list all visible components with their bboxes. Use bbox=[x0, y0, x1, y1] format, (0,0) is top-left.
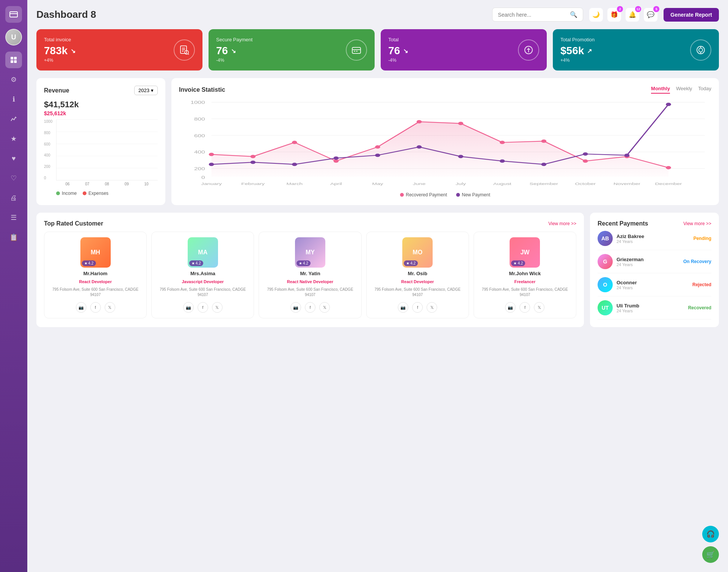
chart-legend: Income Expenses bbox=[44, 191, 158, 196]
tab-weekly[interactable]: Weekly bbox=[676, 86, 692, 94]
gift-button[interactable]: 🎁 2 bbox=[607, 8, 621, 22]
customer-avatar: JW ★ 4.2 bbox=[510, 237, 540, 268]
revenue-sub: $25,612k bbox=[44, 110, 158, 116]
facebook-icon[interactable]: f bbox=[305, 302, 315, 313]
sidebar-item-heart[interactable]: ♥ bbox=[5, 150, 22, 167]
sidebar-item-analytics[interactable] bbox=[5, 111, 22, 127]
stat-card-secure-payment[interactable]: Secure Payment 76 ↘ -4% bbox=[209, 29, 375, 71]
svg-point-53 bbox=[458, 155, 463, 158]
customer-role: Freelancer bbox=[515, 279, 536, 284]
year-select[interactable]: 2023 ▾ bbox=[134, 86, 158, 95]
stat-value: $56k ↗ bbox=[560, 45, 595, 57]
customer-card: MY ★ 4.2 Mr. Yatin React Native Develope… bbox=[259, 232, 361, 318]
customer-name: Mr. Yatin bbox=[300, 271, 320, 276]
sidebar-item-info[interactable]: ℹ bbox=[5, 91, 22, 108]
payment-info: Uli Trumb 24 Years bbox=[617, 303, 684, 313]
legend-expense: Expenses bbox=[83, 191, 108, 196]
stat-card-total[interactable]: Total 76 ↘ -4% bbox=[381, 29, 547, 71]
svg-text:October: October bbox=[575, 182, 596, 186]
header-icons: 🌙 🎁 2 🔔 12 💬 5 bbox=[589, 8, 657, 22]
facebook-icon[interactable]: f bbox=[198, 302, 208, 313]
stat-label: Total bbox=[388, 37, 408, 42]
customer-socials: 📷 f 𝕏 bbox=[183, 302, 223, 313]
legend-income: Income bbox=[56, 191, 77, 196]
instagram-icon[interactable]: 📷 bbox=[290, 302, 301, 313]
payment-name: Oconner bbox=[617, 280, 689, 285]
twitter-icon[interactable]: 𝕏 bbox=[105, 302, 115, 313]
stat-label: Total invoice bbox=[44, 37, 75, 42]
customer-address: 795 Folsom Ave, Suite 600 San Francisco,… bbox=[50, 287, 141, 298]
instagram-icon[interactable]: 📷 bbox=[398, 302, 408, 313]
payment-age: 24 Years bbox=[617, 309, 684, 313]
payment-item: AB Aziz Bakree 24 Years Pending bbox=[598, 227, 711, 250]
svg-point-38 bbox=[334, 159, 339, 163]
facebook-icon[interactable]: f bbox=[412, 302, 423, 313]
search-box[interactable]: 🔍 bbox=[492, 8, 583, 22]
legend-recovered: Recovered Payment bbox=[400, 192, 447, 197]
sidebar-item-settings[interactable]: ⚙ bbox=[5, 71, 22, 88]
payments-view-more[interactable]: View more >> bbox=[683, 221, 711, 226]
twitter-icon[interactable]: 𝕏 bbox=[212, 302, 223, 313]
tab-monthly[interactable]: Monthly bbox=[651, 86, 670, 94]
customers-view-more[interactable]: View more >> bbox=[548, 221, 576, 226]
top-customers-card: Top Rated Customer View more >> MH ★ 4.2… bbox=[36, 213, 584, 327]
svg-point-50 bbox=[334, 157, 339, 160]
chat-button[interactable]: 💬 5 bbox=[644, 8, 657, 22]
customer-address: 795 Folsom Ave, Suite 600 San Francisco,… bbox=[157, 287, 248, 298]
svg-text:November: November bbox=[613, 182, 641, 186]
payment-status: Rejected bbox=[692, 282, 711, 287]
stat-card-left: Total invoice 783k ↘ +4% bbox=[44, 37, 75, 63]
theme-toggle-button[interactable]: 🌙 bbox=[589, 8, 603, 22]
twitter-icon[interactable]: 𝕏 bbox=[427, 302, 437, 313]
stat-card-promotion[interactable]: Total Promotion $56k ↗ +4% bbox=[553, 29, 719, 71]
sidebar-item-menu[interactable]: ☰ bbox=[5, 209, 22, 226]
user-avatar[interactable]: U bbox=[5, 29, 22, 45]
customers-title: Top Rated Customer bbox=[44, 220, 103, 227]
svg-point-56 bbox=[583, 152, 588, 156]
tab-today[interactable]: Today bbox=[698, 86, 711, 94]
support-fab[interactable]: 🎧 bbox=[702, 526, 719, 542]
cart-fab[interactable]: 🛒 bbox=[702, 546, 719, 563]
invoice-card-header: Invoice Statistic Monthly Weekly Today bbox=[179, 86, 711, 94]
payment-age: 24 Years bbox=[617, 239, 690, 244]
stat-value: 76 ↘ bbox=[216, 45, 253, 57]
stat-icon bbox=[346, 39, 367, 61]
customer-name: Mr. Osib bbox=[408, 271, 427, 276]
customer-avatar: MH ★ 4.2 bbox=[80, 237, 111, 268]
twitter-icon[interactable]: 𝕏 bbox=[319, 302, 330, 313]
bar-chart: 1000 800 600 400 200 0 bbox=[44, 119, 158, 196]
sidebar-item-report[interactable]: 📋 bbox=[5, 229, 22, 246]
svg-text:April: April bbox=[330, 182, 342, 186]
sidebar-item-heart2[interactable]: ♡ bbox=[5, 170, 22, 186]
search-input[interactable] bbox=[498, 12, 567, 18]
svg-point-46 bbox=[666, 166, 671, 169]
sidebar-item-star[interactable]: ★ bbox=[5, 130, 22, 147]
stat-value: 783k ↘ bbox=[44, 45, 75, 57]
payment-item: G Griezerman 24 Years On Recovery bbox=[598, 250, 711, 273]
generate-report-button[interactable]: Generate Report bbox=[664, 8, 719, 22]
sidebar-logo[interactable] bbox=[5, 6, 22, 23]
svg-text:800: 800 bbox=[194, 117, 205, 121]
rating-badge: ★ 4.2 bbox=[189, 260, 203, 266]
revenue-card: Revenue 2023 ▾ $41,512k $25,612k 1000 80… bbox=[36, 78, 165, 205]
svg-point-47 bbox=[209, 163, 214, 166]
sidebar-item-print[interactable]: 🖨 bbox=[5, 190, 22, 206]
instagram-icon[interactable]: 📷 bbox=[183, 302, 194, 313]
twitter-icon[interactable]: 𝕏 bbox=[534, 302, 544, 313]
rating-badge: ★ 4.2 bbox=[297, 260, 311, 266]
line-chart-svg: 1000 800 600 400 200 0 bbox=[179, 98, 711, 189]
instagram-icon[interactable]: 📷 bbox=[76, 302, 86, 313]
customer-role: Javascript Developer bbox=[182, 279, 224, 284]
svg-text:February: February bbox=[241, 182, 265, 186]
invoice-legend: Recovered Payment New Payment bbox=[179, 192, 711, 197]
instagram-icon[interactable]: 📷 bbox=[505, 302, 516, 313]
bell-button[interactable]: 🔔 12 bbox=[626, 8, 639, 22]
facebook-icon[interactable]: f bbox=[519, 302, 530, 313]
stat-trend: -4% bbox=[388, 58, 408, 63]
svg-marker-34 bbox=[212, 122, 668, 177]
stat-card-total-invoice[interactable]: Total invoice 783k ↘ +4% bbox=[36, 29, 202, 71]
trend-arrow: ↗ bbox=[587, 47, 592, 55]
sidebar-item-dashboard[interactable] bbox=[5, 52, 22, 68]
customer-socials: 📷 f 𝕏 bbox=[398, 302, 437, 313]
facebook-icon[interactable]: f bbox=[90, 302, 101, 313]
